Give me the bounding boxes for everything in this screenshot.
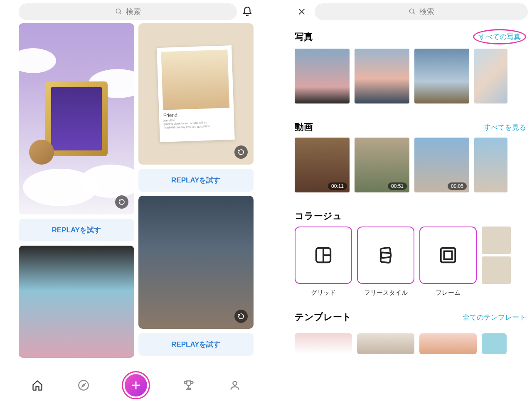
section-header-collage: コラージュ	[289, 204, 532, 227]
collage-label: フレーム	[419, 289, 477, 297]
section-header-templates: テンプレート 全てのテンプレート	[289, 305, 532, 328]
notifications-button[interactable]	[241, 5, 254, 18]
trophy-icon	[183, 379, 195, 391]
search-placeholder: 検索	[126, 7, 141, 17]
highlight-oval: すべての写真	[473, 29, 526, 44]
close-button[interactable]	[293, 7, 310, 16]
svg-point-10	[409, 9, 414, 13]
search-icon	[115, 8, 123, 15]
all-videos-link[interactable]: すべてを見る	[484, 123, 526, 132]
plus-icon	[130, 379, 142, 391]
section-title: テンプレート	[295, 311, 352, 323]
nav-home[interactable]	[30, 378, 45, 393]
search-input[interactable]: 検索	[19, 3, 237, 20]
photo-thumb[interactable]	[295, 49, 350, 103]
replay-icon	[115, 195, 128, 209]
replay-try-button[interactable]: REPLAYを試す	[138, 169, 254, 192]
section-title: 動画	[295, 121, 313, 133]
collage-labels: グリッド フリースタイル フレーム	[289, 284, 532, 297]
nav-challenges[interactable]	[181, 378, 196, 393]
bell-icon	[242, 6, 253, 17]
collage-freestyle-button[interactable]	[357, 227, 414, 284]
freestyle-icon	[376, 246, 395, 265]
all-templates-link[interactable]: 全てのテンプレート	[463, 313, 526, 322]
all-photos-link[interactable]: すべての写真	[478, 33, 521, 41]
photo-thumb[interactable]	[414, 49, 469, 103]
replay-try-button[interactable]: REPLAYを試す	[19, 219, 134, 241]
phone-left-screen: 検索 REPLAYを試す	[15, 0, 258, 399]
bottom-nav	[15, 371, 258, 399]
feed-card[interactable]: Friend /trend/ N.gaining close to you or…	[138, 23, 254, 165]
section-title: コラージュ	[295, 210, 342, 222]
template-thumb[interactable]	[295, 333, 352, 354]
home-icon	[32, 379, 43, 391]
template-thumb[interactable]	[419, 333, 477, 354]
nav-discover[interactable]	[76, 378, 91, 393]
collage-thumb[interactable]	[482, 227, 511, 284]
collage-frame-button[interactable]	[419, 227, 477, 284]
feed: REPLAYを試す Friend /trend/ N.gaining close…	[15, 23, 258, 368]
search-placeholder: 検索	[419, 7, 434, 17]
replay-icon	[234, 145, 248, 159]
templates-row	[289, 333, 532, 354]
feed-card[interactable]	[138, 196, 254, 329]
svg-rect-17	[441, 248, 456, 263]
video-duration: 00:11	[328, 182, 347, 190]
replay-icon	[234, 310, 248, 323]
compass-icon	[78, 379, 89, 391]
replay-try-button[interactable]: REPLAYを試す	[138, 333, 254, 356]
nav-create-button[interactable]	[125, 374, 147, 397]
collage-grid-button[interactable]	[295, 227, 352, 284]
svg-line-1	[120, 12, 121, 14]
section-header-photos: 写真 すべての写真	[289, 23, 532, 49]
highlight-circle	[122, 371, 150, 399]
video-duration: 00:51	[388, 182, 407, 190]
svg-point-0	[116, 9, 121, 13]
collage-row	[289, 227, 532, 284]
photo-thumb[interactable]	[355, 49, 409, 103]
grid-icon	[314, 246, 333, 265]
video-thumb[interactable]: 00:51	[355, 138, 409, 192]
feed-card[interactable]	[19, 23, 134, 214]
video-thumb[interactable]: 00:05	[414, 138, 469, 192]
photos-row	[289, 49, 532, 103]
section-header-videos: 動画 すべてを見る	[289, 115, 532, 138]
feed-card[interactable]	[19, 246, 134, 358]
video-thumb[interactable]: 00:11	[295, 138, 350, 192]
frame-icon	[438, 246, 458, 265]
feed-col-right: Friend /trend/ N.gaining close to you or…	[138, 23, 254, 368]
profile-icon	[229, 379, 241, 391]
svg-point-2	[79, 380, 88, 390]
topbar-left: 検索	[15, 0, 258, 23]
videos-row: 00:11 00:51 00:05	[289, 138, 532, 192]
svg-marker-3	[82, 384, 85, 387]
phone-right-screen: 検索 写真 すべての写真 動画 すべてを見る 00:11 00:51 00:05	[289, 0, 532, 399]
collage-label: グリッド	[295, 289, 352, 297]
section-title: 写真	[295, 31, 313, 43]
svg-point-7	[233, 381, 236, 385]
photo-thumb[interactable]	[474, 49, 507, 103]
feed-col-left: REPLAYを試す	[19, 23, 134, 368]
topbar-right: 検索	[289, 0, 532, 23]
close-icon	[297, 7, 306, 16]
nav-profile[interactable]	[227, 378, 242, 393]
video-duration: 00:05	[448, 182, 467, 190]
search-input[interactable]: 検索	[315, 3, 528, 20]
search-icon	[409, 8, 416, 15]
video-thumb[interactable]	[474, 138, 507, 192]
template-thumb[interactable]	[357, 333, 414, 354]
template-thumb[interactable]	[482, 333, 507, 354]
svg-line-11	[413, 12, 415, 14]
svg-rect-18	[444, 251, 452, 259]
collage-label: フリースタイル	[357, 289, 414, 297]
